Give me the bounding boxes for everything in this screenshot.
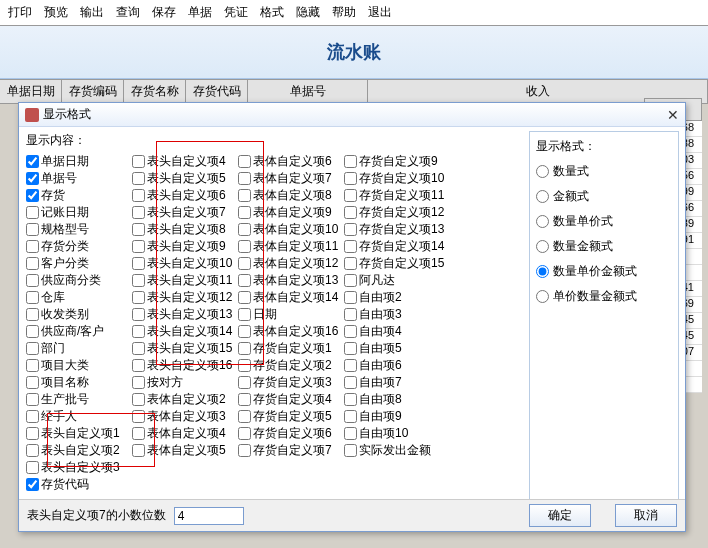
checkbox-表体自定义项14[interactable]: 表体自定义项14 <box>238 289 342 306</box>
checkbox-部门[interactable]: 部门 <box>26 340 130 357</box>
checkbox-存货自定义项2[interactable]: 存货自定义项2 <box>238 357 342 374</box>
checkbox-自由项5[interactable]: 自由项5 <box>344 340 446 357</box>
checkbox-表体自定义项13[interactable]: 表体自定义项13 <box>238 272 342 289</box>
checkbox-存货自定义项12[interactable]: 存货自定义项12 <box>344 204 446 221</box>
checkbox-表头自定义项7[interactable]: 表头自定义项7 <box>132 204 236 221</box>
checkbox-供应商分类[interactable]: 供应商分类 <box>26 272 130 289</box>
checkbox-仓库[interactable]: 仓库 <box>26 289 130 306</box>
checkbox-存货[interactable]: 存货 <box>26 187 130 204</box>
checkbox-阿凡达[interactable]: 阿凡达 <box>344 272 446 289</box>
checkbox-表头自定义项8[interactable]: 表头自定义项8 <box>132 221 236 238</box>
checkbox-存货代码[interactable]: 存货代码 <box>26 476 130 493</box>
checkbox-表头自定义项11[interactable]: 表头自定义项11 <box>132 272 236 289</box>
radio-数量单价金额式[interactable]: 数量单价金额式 <box>536 263 672 280</box>
checkbox-存货自定义项13[interactable]: 存货自定义项13 <box>344 221 446 238</box>
checkbox-表头自定义项3[interactable]: 表头自定义项3 <box>26 459 130 476</box>
checkbox-表体自定义项2[interactable]: 表体自定义项2 <box>132 391 236 408</box>
checkbox-表头自定义项10[interactable]: 表头自定义项10 <box>132 255 236 272</box>
checkbox-表头自定义项13[interactable]: 表头自定义项13 <box>132 306 236 323</box>
checkbox-表体自定义项10[interactable]: 表体自定义项10 <box>238 221 342 238</box>
checkbox-项目大类[interactable]: 项目大类 <box>26 357 130 374</box>
checkbox-按对方[interactable]: 按对方 <box>132 374 236 391</box>
menu-隐藏[interactable]: 隐藏 <box>296 4 320 21</box>
checkbox-表头自定义项9[interactable]: 表头自定义项9 <box>132 238 236 255</box>
menu-格式[interactable]: 格式 <box>260 4 284 21</box>
checkbox-表头自定义项6[interactable]: 表头自定义项6 <box>132 187 236 204</box>
checkbox-存货自定义项15[interactable]: 存货自定义项15 <box>344 255 446 272</box>
checkbox-表头自定义项14[interactable]: 表头自定义项14 <box>132 323 236 340</box>
checkbox-单据日期[interactable]: 单据日期 <box>26 153 130 170</box>
checkbox-记账日期[interactable]: 记账日期 <box>26 204 130 221</box>
checkbox-表头自定义项16[interactable]: 表头自定义项16 <box>132 357 236 374</box>
checkbox-表体自定义项12[interactable]: 表体自定义项12 <box>238 255 342 272</box>
dialog-footer: 表头自定义项7的小数位数 确定 取消 <box>19 499 685 531</box>
menu-凭证[interactable]: 凭证 <box>224 4 248 21</box>
checkbox-生产批号[interactable]: 生产批号 <box>26 391 130 408</box>
checkbox-存货自定义项5[interactable]: 存货自定义项5 <box>238 408 342 425</box>
checkbox-存货自定义项10[interactable]: 存货自定义项10 <box>344 170 446 187</box>
checkbox-表头自定义项2[interactable]: 表头自定义项2 <box>26 442 130 459</box>
checkbox-规格型号[interactable]: 规格型号 <box>26 221 130 238</box>
menu-帮助[interactable]: 帮助 <box>332 4 356 21</box>
checkbox-表体自定义项3[interactable]: 表体自定义项3 <box>132 408 236 425</box>
close-icon[interactable]: ✕ <box>667 107 679 123</box>
checkbox-表体自定义项16[interactable]: 表体自定义项16 <box>238 323 342 340</box>
radio-数量金额式[interactable]: 数量金额式 <box>536 238 672 255</box>
checkbox-表头自定义项15[interactable]: 表头自定义项15 <box>132 340 236 357</box>
page-title: 流水账 <box>0 26 708 79</box>
menu-预览[interactable]: 预览 <box>44 4 68 21</box>
checkbox-存货自定义项9[interactable]: 存货自定义项9 <box>344 153 446 170</box>
checkbox-客户分类[interactable]: 客户分类 <box>26 255 130 272</box>
checkbox-存货自定义项7[interactable]: 存货自定义项7 <box>238 442 342 459</box>
menu-单据[interactable]: 单据 <box>188 4 212 21</box>
checkbox-收发类别[interactable]: 收发类别 <box>26 306 130 323</box>
radio-数量式[interactable]: 数量式 <box>536 163 672 180</box>
checkbox-表头自定义项4[interactable]: 表头自定义项4 <box>132 153 236 170</box>
checkbox-自由项8[interactable]: 自由项8 <box>344 391 446 408</box>
checkbox-表体自定义项5[interactable]: 表体自定义项5 <box>132 442 236 459</box>
checkbox-表体自定义项7[interactable]: 表体自定义项7 <box>238 170 342 187</box>
checkbox-自由项4[interactable]: 自由项4 <box>344 323 446 340</box>
checkbox-自由项7[interactable]: 自由项7 <box>344 374 446 391</box>
checkbox-存货自定义项6[interactable]: 存货自定义项6 <box>238 425 342 442</box>
checkbox-自由项6[interactable]: 自由项6 <box>344 357 446 374</box>
checkbox-表头自定义项5[interactable]: 表头自定义项5 <box>132 170 236 187</box>
ok-button[interactable]: 确定 <box>529 504 591 527</box>
checkbox-项目名称[interactable]: 项目名称 <box>26 374 130 391</box>
menu-退出[interactable]: 退出 <box>368 4 392 21</box>
checkbox-自由项10[interactable]: 自由项10 <box>344 425 446 442</box>
checkbox-存货自定义项1[interactable]: 存货自定义项1 <box>238 340 342 357</box>
menu-打印[interactable]: 打印 <box>8 4 32 21</box>
checkbox-表体自定义项8[interactable]: 表体自定义项8 <box>238 187 342 204</box>
format-panel: 显示格式： 数量式金额式数量单价式数量金额式数量单价金额式单价数量金额式 <box>529 131 679 501</box>
checkbox-自由项3[interactable]: 自由项3 <box>344 306 446 323</box>
checkbox-表体自定义项9[interactable]: 表体自定义项9 <box>238 204 342 221</box>
checkbox-存货自定义项14[interactable]: 存货自定义项14 <box>344 238 446 255</box>
checkbox-日期[interactable]: 日期 <box>238 306 342 323</box>
checkbox-表体自定义项11[interactable]: 表体自定义项11 <box>238 238 342 255</box>
checkbox-供应商/客户[interactable]: 供应商/客户 <box>26 323 130 340</box>
menu-输出[interactable]: 输出 <box>80 4 104 21</box>
checkbox-实际发出金额[interactable]: 实际发出金额 <box>344 442 446 459</box>
checkbox-自由项9[interactable]: 自由项9 <box>344 408 446 425</box>
checkbox-单据号[interactable]: 单据号 <box>26 170 130 187</box>
decimal-input[interactable] <box>174 507 244 525</box>
checkbox-表体自定义项4[interactable]: 表体自定义项4 <box>132 425 236 442</box>
checkbox-存货自定义项3[interactable]: 存货自定义项3 <box>238 374 342 391</box>
format-title: 显示格式： <box>536 138 672 155</box>
cancel-button[interactable]: 取消 <box>615 504 677 527</box>
checkbox-存货分类[interactable]: 存货分类 <box>26 238 130 255</box>
checkbox-自由项2[interactable]: 自由项2 <box>344 289 446 306</box>
menu-保存[interactable]: 保存 <box>152 4 176 21</box>
col-docno: 单据号 <box>248 80 368 103</box>
checkbox-存货自定义项4[interactable]: 存货自定义项4 <box>238 391 342 408</box>
menu-查询[interactable]: 查询 <box>116 4 140 21</box>
checkbox-经手人[interactable]: 经手人 <box>26 408 130 425</box>
checkbox-表头自定义项1[interactable]: 表头自定义项1 <box>26 425 130 442</box>
checkbox-存货自定义项11[interactable]: 存货自定义项11 <box>344 187 446 204</box>
radio-数量单价式[interactable]: 数量单价式 <box>536 213 672 230</box>
radio-金额式[interactable]: 金额式 <box>536 188 672 205</box>
radio-单价数量金额式[interactable]: 单价数量金额式 <box>536 288 672 305</box>
checkbox-表头自定义项12[interactable]: 表头自定义项12 <box>132 289 236 306</box>
checkbox-表体自定义项6[interactable]: 表体自定义项6 <box>238 153 342 170</box>
